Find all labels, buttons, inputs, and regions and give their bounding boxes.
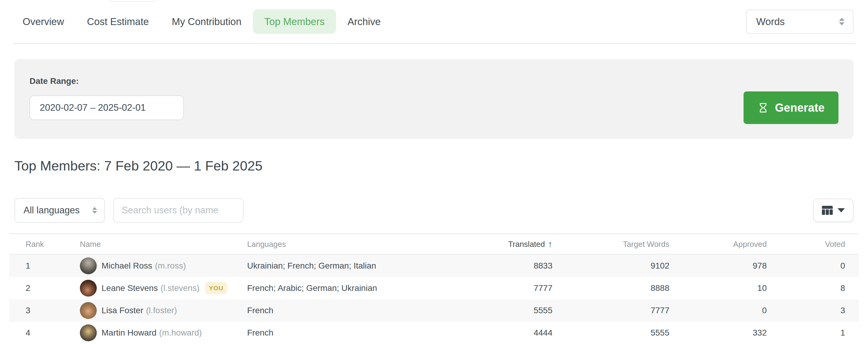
name-cell: Martin Howard (m.howard) <box>80 324 247 341</box>
languages-cell: French; Arabic; German; Ukrainian <box>247 283 474 293</box>
tabs-divider <box>13 43 855 44</box>
report-tabs-row: Overview Cost Estimate My Contribution T… <box>0 0 868 43</box>
column-header-target-words[interactable]: Target Words <box>553 239 670 249</box>
rank-cell: 4 <box>9 328 80 338</box>
date-range-input[interactable]: 2020-02-07 – 2025-02-01 <box>30 95 184 120</box>
language-filter-select[interactable]: All languages <box>14 198 105 223</box>
target-words-cell: 9102 <box>553 261 670 271</box>
report-settings-panel: Date Range: 2020-02-07 – 2025-02-01 Gene… <box>14 59 854 139</box>
member-name: Leane Stevens <box>101 283 158 293</box>
voted-cell: 1 <box>767 328 859 338</box>
tab-my-contribution[interactable]: My Contribution <box>160 9 253 34</box>
approved-cell: 10 <box>670 283 767 293</box>
member-name: Martin Howard <box>101 328 156 338</box>
column-header-voted[interactable]: Voted <box>767 239 859 249</box>
column-header-rank: Rank <box>9 239 80 249</box>
rank-cell: 2 <box>9 283 80 293</box>
member-username: (l.stevens) <box>161 283 199 293</box>
member-username: (l.foster) <box>146 306 177 315</box>
translated-cell: 5555 <box>474 306 553 315</box>
hourglass-icon <box>757 102 769 113</box>
chevron-updown-icon <box>92 207 97 213</box>
rank-cell: 3 <box>9 306 80 315</box>
member-name: Lisa Foster <box>101 306 144 315</box>
member-username: (m.howard) <box>159 328 202 338</box>
report-tabs: Overview Cost Estimate My Contribution T… <box>11 9 392 34</box>
table-header-row: Rank Name Languages Translated ↑ Target … <box>9 234 859 255</box>
approved-cell: 0 <box>670 306 767 315</box>
unit-select-value: Words <box>756 16 785 27</box>
generate-button-label: Generate <box>775 102 825 114</box>
name-cell: Leane Stevens (l.stevens) YOU <box>80 280 247 297</box>
name-cell: Michael Ross (m.ross) <box>80 257 247 274</box>
tab-top-members[interactable]: Top Members <box>253 9 336 34</box>
tab-overview[interactable]: Overview <box>11 9 76 34</box>
tab-archive[interactable]: Archive <box>336 9 392 34</box>
column-header-translated[interactable]: Translated ↑ <box>474 239 553 249</box>
languages-cell: French <box>247 328 474 338</box>
you-badge: YOU <box>205 282 227 294</box>
members-table: Rank Name Languages Translated ↑ Target … <box>9 234 859 344</box>
caret-down-icon <box>838 208 845 212</box>
page-title: Top Members: 7 Feb 2020 — 1 Feb 2025 <box>14 157 854 174</box>
chevron-updown-icon <box>839 18 844 25</box>
languages-cell: French <box>247 306 474 315</box>
languages-cell: Ukrainian; French; German; Italian <box>247 261 474 271</box>
column-header-approved[interactable]: Approved <box>670 239 767 249</box>
member-name: Michael Ross <box>101 261 152 271</box>
translated-cell: 8833 <box>474 261 553 271</box>
column-settings-button[interactable] <box>813 199 854 222</box>
rank-cell: 1 <box>9 261 80 271</box>
search-input[interactable] <box>113 198 244 223</box>
column-header-languages: Languages <box>247 239 474 249</box>
name-cell: Lisa Foster (l.foster) <box>80 302 247 319</box>
avatar <box>80 257 97 274</box>
panel-controls-row: 2020-02-07 – 2025-02-01 Generate <box>30 91 838 124</box>
voted-cell: 8 <box>767 283 859 293</box>
generate-button[interactable]: Generate <box>744 91 838 124</box>
voted-cell: 0 <box>767 261 859 271</box>
table-row: 2 Leane Stevens (l.stevens) YOU French; … <box>9 277 859 299</box>
member-username: (m.ross) <box>155 261 186 271</box>
avatar <box>80 324 97 341</box>
date-range-label: Date Range: <box>30 76 838 86</box>
target-words-cell: 8888 <box>553 283 670 293</box>
target-words-cell: 5555 <box>553 328 670 338</box>
approved-cell: 332 <box>670 328 767 338</box>
avatar <box>80 280 97 297</box>
language-filter-value: All languages <box>24 205 80 216</box>
translated-cell: 4444 <box>474 328 553 338</box>
tab-cost-estimate[interactable]: Cost Estimate <box>76 9 160 34</box>
clipped-popover-edge <box>110 0 157 2</box>
column-header-name[interactable]: Name <box>80 239 247 249</box>
target-words-cell: 7777 <box>553 306 670 315</box>
translated-cell: 7777 <box>474 283 553 293</box>
unit-select[interactable]: Words <box>746 10 854 34</box>
table-row: 4 Martin Howard (m.howard) French 4444 5… <box>9 322 859 344</box>
column-header-translated-label: Translated <box>508 239 545 249</box>
avatar <box>80 302 97 319</box>
table-row: 3 Lisa Foster (l.foster) French 5555 777… <box>9 299 859 322</box>
table-row: 1 Michael Ross (m.ross) Ukrainian; Frenc… <box>9 255 859 277</box>
voted-cell: 3 <box>767 306 859 315</box>
filters-row: All languages <box>14 198 854 223</box>
table-columns-icon <box>822 206 833 215</box>
approved-cell: 978 <box>670 261 767 271</box>
sort-ascending-icon: ↑ <box>548 239 553 249</box>
